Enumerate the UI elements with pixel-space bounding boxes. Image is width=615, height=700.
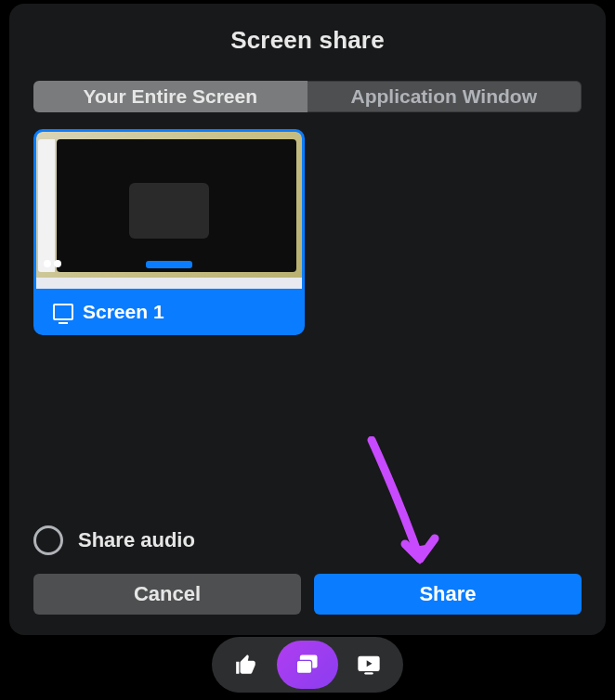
dialog-title: Screen share: [33, 26, 582, 55]
radio-icon: [33, 525, 63, 555]
share-audio-label: Share audio: [78, 528, 195, 552]
svg-rect-5: [364, 672, 373, 674]
share-button[interactable]: Share: [314, 574, 582, 615]
share-mode-tabs: Your Entire Screen Application Window: [33, 81, 582, 112]
share-audio-toggle[interactable]: Share audio: [33, 525, 582, 555]
tab-entire-screen[interactable]: Your Entire Screen: [33, 81, 308, 112]
screen-tile[interactable]: Screen 1: [33, 129, 305, 335]
watch-together-button[interactable]: [338, 641, 399, 689]
dialog-actions: Cancel Share: [33, 574, 582, 615]
cast-icon: [294, 652, 321, 678]
screen-label: Screen 1: [83, 301, 164, 323]
screen-label-row: Screen 1: [36, 289, 302, 335]
share-screen-button[interactable]: [277, 641, 338, 689]
screen-share-dialog: Screen share Your Entire Screen Applicat…: [9, 4, 606, 635]
svg-rect-2: [296, 660, 311, 673]
screen-list: Screen 1: [33, 129, 582, 525]
thumbs-up-icon: [234, 653, 258, 677]
thumbs-up-button[interactable]: [216, 641, 277, 689]
cancel-button[interactable]: Cancel: [33, 574, 301, 615]
screen-thumbnail: [36, 132, 302, 289]
call-toolbar: [212, 637, 403, 693]
watch-together-icon: [356, 652, 382, 678]
monitor-icon: [53, 304, 73, 320]
tab-application-window[interactable]: Application Window: [308, 81, 582, 112]
